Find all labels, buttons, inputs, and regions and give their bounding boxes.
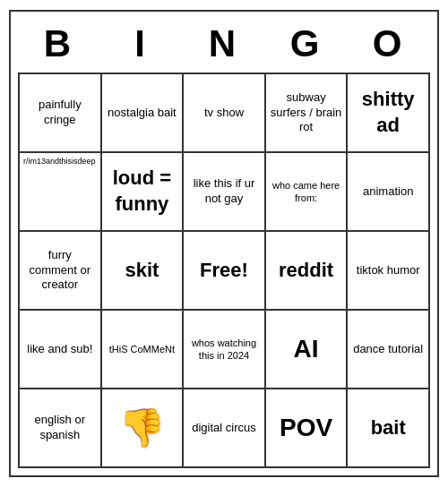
cell-text: skit xyxy=(125,258,159,284)
cell-1-3: who came here from: xyxy=(266,153,349,232)
cell-text: reddit xyxy=(279,258,333,284)
cell-text: digital circus xyxy=(192,421,256,436)
cell-3-4: dance tutorial xyxy=(348,311,430,389)
title-g: G xyxy=(265,22,348,65)
cell-text: POV xyxy=(280,412,332,444)
cell-text: nostalgia bait xyxy=(108,106,177,121)
cell-text: whos watching this in 2024 xyxy=(187,337,261,363)
cell-text: tHiS CoMMeNt xyxy=(109,343,175,355)
cell-4-2: digital circus xyxy=(184,389,266,468)
cell-text: animation xyxy=(363,184,413,200)
cell-4-0: english or spanish xyxy=(20,389,102,468)
cell-4-4: bait xyxy=(348,389,430,468)
cell-text: english or spanish xyxy=(23,413,97,443)
cell-0-4: shitty ad xyxy=(348,74,430,153)
cell-1-2: like this if ur not gay xyxy=(184,153,266,232)
cell-text: bait xyxy=(371,415,406,441)
thumbs-down-icon: 👎 xyxy=(118,404,165,453)
cell-2-1: skit xyxy=(102,232,185,311)
title-n: N xyxy=(183,22,265,65)
cell-text: tv show xyxy=(204,106,244,121)
cell-4-1: 👎 xyxy=(102,389,185,468)
cell-text: loud = funny xyxy=(106,166,179,217)
cell-4-3: POV xyxy=(266,389,349,468)
cell-3-1: tHiS CoMMeNt xyxy=(102,311,185,389)
cell-2-3: reddit xyxy=(266,232,349,311)
cell-text: Free! xyxy=(200,258,248,284)
cell-sublabel: r/im13andthisisdeep xyxy=(23,157,96,167)
cell-text: furry comment or creator xyxy=(23,248,97,294)
cell-text: painfully cringe xyxy=(23,98,97,128)
cell-1-1: loud = funny xyxy=(102,153,185,232)
bingo-card: B I N G O painfully cringe nostalgia bai… xyxy=(9,10,439,477)
cell-2-0: furry comment or creator xyxy=(20,232,102,311)
cell-3-0: like and sub! xyxy=(20,311,102,389)
cell-1-4: animation xyxy=(348,153,430,232)
cell-3-2: whos watching this in 2024 xyxy=(184,311,266,389)
cell-3-3: AI xyxy=(266,311,349,389)
cell-text: like this if ur not gay xyxy=(187,176,261,207)
cell-1-0: r/im13andthisisdeep xyxy=(20,153,102,232)
cell-0-2: tv show xyxy=(184,74,266,153)
cell-2-2-free: Free! xyxy=(184,232,266,311)
cell-text: subway surfers / brain rot xyxy=(270,90,343,136)
title-b: B xyxy=(18,22,100,65)
cell-text: shitty ad xyxy=(351,87,425,138)
cell-0-1: nostalgia bait xyxy=(102,74,185,153)
cell-text: AI xyxy=(294,333,319,365)
cell-text: dance tutorial xyxy=(353,342,423,357)
cell-0-0: painfully cringe xyxy=(20,74,102,153)
cell-text: tiktok humor xyxy=(357,263,420,278)
title-i: I xyxy=(100,22,183,65)
cell-text: who came here from: xyxy=(270,179,343,205)
cell-2-4: tiktok humor xyxy=(348,232,430,311)
bingo-title: B I N G O xyxy=(18,19,430,73)
cell-0-3: subway surfers / brain rot xyxy=(266,74,349,153)
cell-text: like and sub! xyxy=(27,342,92,357)
title-o: O xyxy=(348,22,430,65)
bingo-grid: painfully cringe nostalgia bait tv show … xyxy=(18,73,430,468)
